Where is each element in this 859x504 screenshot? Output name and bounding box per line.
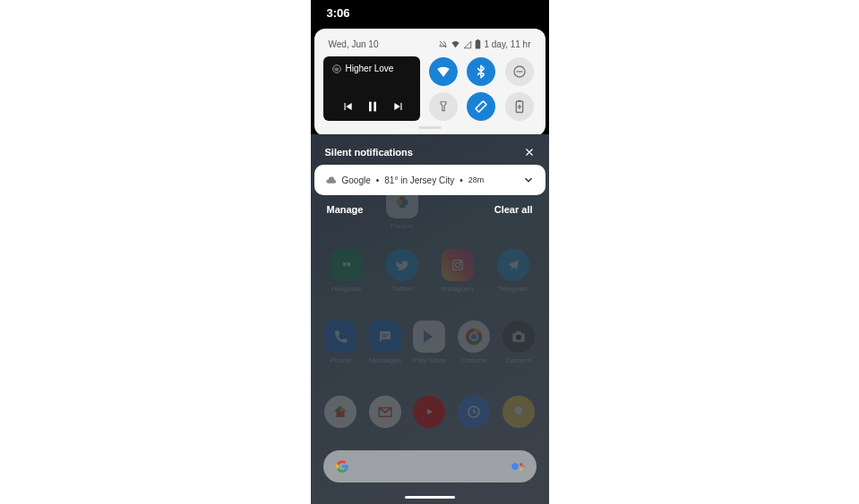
svg-point-29	[522, 466, 524, 467]
wifi-status-icon	[451, 39, 460, 49]
svg-rect-11	[519, 99, 521, 100]
svg-rect-5	[369, 102, 372, 112]
notif-summary: 81° in Jersey City	[384, 175, 454, 185]
battery-saver-icon	[514, 99, 525, 114]
google-search-bar[interactable]	[323, 450, 537, 483]
panel-drag-handle[interactable]	[418, 126, 442, 129]
status-bar: 3:06	[311, 0, 549, 25]
close-icon[interactable]	[524, 147, 535, 158]
battery-icon	[475, 39, 481, 49]
notif-app-name: Google	[342, 175, 371, 185]
qs-battery-saver-tile[interactable]	[505, 92, 534, 121]
notification-card[interactable]: Google • 81° in Jersey City • 28m	[314, 165, 545, 195]
wifi-icon	[435, 64, 451, 80]
quick-settings-grid	[427, 56, 537, 121]
flashlight-icon	[437, 100, 450, 113]
dnd-icon	[512, 64, 527, 79]
spotify-icon	[332, 64, 341, 73]
bluetooth-icon	[474, 64, 488, 79]
qs-dnd-tile[interactable]	[505, 57, 534, 86]
svg-point-3	[332, 64, 340, 73]
date-label[interactable]: Wed, Jun 10	[329, 39, 379, 49]
assistant-icon[interactable]	[510, 458, 526, 474]
cloud-icon	[325, 175, 337, 186]
sep2: •	[460, 175, 463, 185]
nav-handle[interactable]	[405, 496, 455, 499]
svg-rect-6	[374, 102, 377, 112]
svg-rect-1	[477, 39, 479, 40]
autorotate-icon	[474, 99, 488, 114]
pause-button[interactable]	[365, 99, 380, 114]
google-g-icon	[334, 458, 350, 474]
qs-flashlight-tile[interactable]	[429, 92, 458, 121]
previous-track-button[interactable]	[341, 100, 354, 113]
next-track-button[interactable]	[392, 100, 405, 113]
battery-text: 1 day, 11 hr	[484, 39, 530, 49]
panel-top-row: Wed, Jun 10 1 day, 11 hr	[323, 38, 537, 56]
svg-point-27	[519, 463, 522, 466]
clock: 3:06	[327, 6, 350, 20]
mute-icon	[438, 39, 448, 49]
media-player-card[interactable]: Higher Love	[323, 56, 420, 121]
silent-header-label: Silent notifications	[325, 147, 413, 158]
qs-autorotate-tile[interactable]	[467, 92, 495, 121]
qs-wifi-tile[interactable]	[429, 57, 458, 86]
media-title: Higher Love	[346, 64, 394, 73]
sep: •	[376, 175, 380, 185]
chevron-down-icon[interactable]	[522, 174, 535, 186]
clear-all-button[interactable]: Clear all	[494, 204, 533, 215]
svg-rect-9	[476, 100, 486, 111]
svg-rect-0	[476, 40, 481, 48]
qs-bluetooth-tile[interactable]	[467, 57, 495, 86]
signal-icon	[463, 40, 472, 49]
notif-time: 28m	[468, 175, 485, 184]
quick-settings-panel: Wed, Jun 10 1 day, 11 hr Higher Love	[314, 29, 545, 136]
notification-shade: Silent notifications Google • 81° in Jer…	[314, 140, 545, 224]
phone-frame: 3:06 Wed, Jun 10 1 day, 11 hr Higher Lov…	[311, 0, 549, 504]
manage-button[interactable]: Manage	[327, 204, 364, 215]
svg-point-26	[511, 463, 519, 470]
svg-point-28	[520, 468, 522, 471]
panel-status-icons: 1 day, 11 hr	[438, 39, 530, 49]
